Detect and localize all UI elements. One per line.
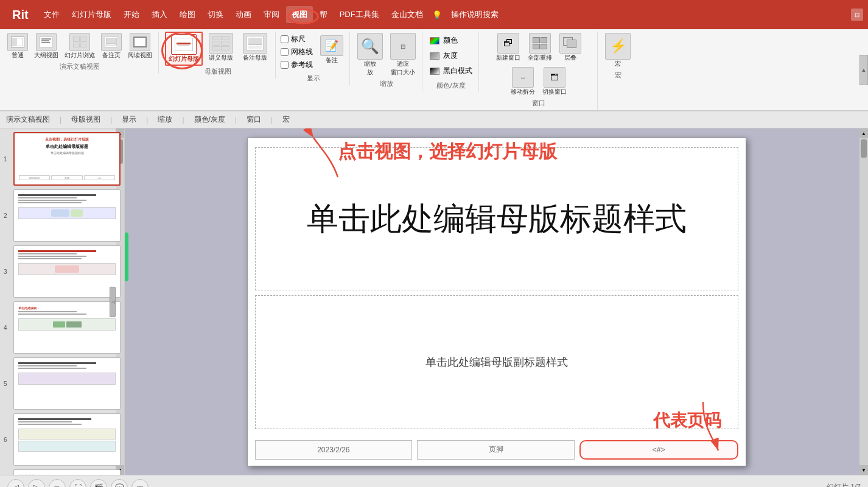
annotation-color-gray: 颜色/灰度 bbox=[194, 114, 225, 125]
right-scroll-thumb[interactable] bbox=[861, 139, 867, 158]
checkbox-grid[interactable]: 网格线 bbox=[281, 47, 313, 57]
menu-review[interactable]: 审阅 bbox=[258, 6, 285, 23]
menu-animation[interactable]: 动画 bbox=[230, 6, 257, 23]
ribbon: Rit 文件 幻灯片母版 开始 插入 绘图 切换 动画 审阅 视图 帮 PDF工… bbox=[0, 0, 868, 29]
slide-thumb-7[interactable]: 7 单击此处编辑... bbox=[13, 469, 121, 475]
toolbar-group-macro: ⚡ 宏 宏 bbox=[599, 32, 637, 82]
edit-area: 单击此处编辑母版标题样式 单击此处编辑母版副标题样式 2023/2/26 页脚 … bbox=[125, 128, 868, 475]
btn-notes[interactable]: 备注页 bbox=[99, 32, 124, 61]
slide-subtitle-text: 单击此处编辑母版副标题样式 bbox=[425, 355, 568, 370]
right-scroll-down[interactable]: ▼ bbox=[859, 465, 868, 475]
btn-reading[interactable]: 阅读视图 bbox=[125, 32, 155, 61]
menu-start[interactable]: 开始 bbox=[118, 6, 145, 23]
group-master-label: 母版视图 bbox=[205, 67, 231, 76]
menu-view[interactable]: 视图 bbox=[286, 6, 313, 23]
slide-title-box[interactable]: 单击此处编辑母版标题样式 bbox=[255, 147, 738, 290]
footer-page[interactable]: <#> bbox=[579, 440, 738, 460]
annotation-window: 窗口 bbox=[247, 114, 261, 125]
annotation-page-num-text: 代表页码 bbox=[653, 409, 721, 432]
btn-record[interactable]: 🎬 bbox=[90, 479, 107, 488]
menu-draw[interactable]: 绘图 bbox=[174, 6, 201, 23]
group-color-label: 颜色/灰度 bbox=[436, 81, 465, 90]
slide-thumb-6[interactable]: 6 bbox=[13, 413, 121, 466]
slide-thumb-4[interactable]: 4 单击此处编辑... bbox=[13, 301, 121, 354]
btn-blackwhite[interactable]: 黑白模式 bbox=[427, 65, 475, 77]
annotation-separator5: | bbox=[235, 116, 237, 124]
group-display-label: 显示 bbox=[307, 74, 320, 83]
menu-slidemaster[interactable]: 幻灯片母版 bbox=[66, 6, 117, 23]
slide-thumb-1[interactable]: 1 点击视图，选择幻灯片母版 单击此处编辑母版标题 单击此处编辑母版副标题 20… bbox=[13, 132, 121, 186]
toolbar-group-master-view: 幻灯片母版 讲义母版 bbox=[160, 32, 276, 79]
slide-canvas[interactable]: 单击此处编辑母版标题样式 单击此处编辑母版副标题样式 2023/2/26 页脚 … bbox=[247, 138, 746, 466]
left-color-strip bbox=[125, 233, 128, 281]
menu-file[interactable]: 文件 bbox=[38, 6, 65, 23]
slide-thumb-5[interactable]: 5 bbox=[13, 357, 121, 410]
btn-fit-window[interactable]: ⊡ 适应窗口大小 bbox=[388, 32, 418, 78]
menu-transition[interactable]: 切换 bbox=[202, 6, 229, 23]
annotation-separator6: | bbox=[271, 116, 273, 124]
btn-normal-label: 普通 bbox=[12, 51, 24, 60]
slide-title-text: 单击此处编辑母版标题样式 bbox=[302, 194, 691, 244]
checkbox-ruler[interactable]: 标尺 bbox=[281, 34, 313, 44]
slide-thumb-2[interactable]: 2 bbox=[13, 189, 121, 242]
btn-play[interactable]: ▷ bbox=[28, 479, 45, 488]
panel-collapse-handle[interactable]: ◁ bbox=[110, 287, 116, 317]
btn-slide-sorter[interactable]: 幻灯片浏览 bbox=[62, 32, 97, 61]
annotation-zoom: 缩放 bbox=[158, 114, 172, 125]
btn-switch-window[interactable]: 🗔 切换窗口 bbox=[540, 66, 569, 97]
slide-num-6: 6 bbox=[4, 436, 7, 443]
right-scrollbar[interactable]: ▲ ▼ bbox=[859, 128, 868, 475]
toolbar-group-window: 🗗 新建窗口 全部重排 bbox=[480, 32, 598, 110]
btn-slide-master[interactable]: 幻灯片母版 bbox=[165, 32, 203, 66]
menu-pdf[interactable]: PDF工具集 bbox=[334, 6, 385, 23]
group-macro-label: 宏 bbox=[615, 71, 621, 80]
btn-grayscale[interactable]: 灰度 bbox=[427, 49, 475, 62]
btn-prev[interactable]: ◁ bbox=[7, 479, 24, 488]
slide-thumb-3[interactable]: 3 bbox=[13, 245, 121, 298]
menu-help-icon[interactable]: 💡 bbox=[430, 7, 444, 23]
annotation-separator2: | bbox=[110, 116, 112, 124]
btn-pen[interactable]: ✏ bbox=[49, 479, 66, 488]
toolbar: 普通 大纲视图 bbox=[0, 29, 868, 111]
annotation-bar: 演示文稿视图 | 母版视图 | 显示 | 缩放 | 颜色/灰度 | 窗口 | 宏 bbox=[0, 111, 868, 128]
btn-color[interactable]: 颜色 bbox=[427, 34, 475, 47]
menu-insert[interactable]: 插入 bbox=[146, 6, 173, 23]
menu-jinshan[interactable]: 金山文档 bbox=[386, 6, 429, 23]
annotation-macro: 宏 bbox=[282, 114, 290, 125]
btn-more[interactable]: ••• bbox=[131, 479, 149, 488]
menu-search[interactable]: 操作说明搜索 bbox=[446, 6, 504, 23]
btn-handout-master-label: 讲义母版 bbox=[209, 54, 233, 62]
btn-outline[interactable]: 大纲视图 bbox=[32, 32, 61, 61]
btn-fullscreen[interactable]: ⛶ bbox=[69, 479, 86, 488]
btn-new-window-label: 新建窗口 bbox=[496, 54, 520, 62]
footer-date[interactable]: 2023/2/26 bbox=[255, 440, 413, 460]
btn-move-split[interactable]: ↔ 移动拆分 bbox=[508, 66, 537, 97]
toolbar-collapse-btn[interactable]: ▲ bbox=[859, 55, 868, 85]
footer-middle[interactable]: 页脚 bbox=[417, 440, 575, 460]
menu-help[interactable]: 帮 bbox=[314, 6, 333, 23]
btn-notes-display-label: 备注 bbox=[326, 56, 338, 65]
btn-notes-master-label: 备注母版 bbox=[243, 54, 267, 62]
annotation-separator1: | bbox=[60, 116, 61, 124]
checkbox-guide[interactable]: 参考线 bbox=[281, 60, 313, 70]
slide-num-1: 1 bbox=[4, 156, 7, 163]
btn-macro[interactable]: ⚡ 宏 bbox=[603, 32, 633, 69]
toolbar-group-zoom: 🔍 缩放放 ⊡ 适应窗口大小 缩放 bbox=[351, 32, 422, 91]
restore-button[interactable]: ⊡ bbox=[851, 9, 863, 21]
btn-cascade[interactable]: 层叠 bbox=[557, 32, 584, 63]
window-controls: ⊡ bbox=[851, 9, 863, 21]
btn-new-window[interactable]: 🗗 新建窗口 bbox=[494, 32, 523, 63]
btn-comment[interactable]: 💬 bbox=[111, 479, 128, 488]
btn-notes-master[interactable]: 备注母版 bbox=[239, 32, 271, 66]
btn-slide-sorter-label: 幻灯片浏览 bbox=[65, 51, 95, 60]
btn-zoom[interactable]: 🔍 缩放放 bbox=[355, 32, 385, 78]
btn-handout-master[interactable]: 讲义母版 bbox=[205, 32, 237, 66]
slide-num-4: 4 bbox=[4, 324, 7, 331]
menu-bar: 文件 幻灯片母版 开始 插入 绘图 切换 动画 审阅 视图 帮 PDF工具集 金… bbox=[38, 6, 504, 23]
slide-num-3: 3 bbox=[4, 268, 7, 275]
btn-arrange-all[interactable]: 全部重排 bbox=[525, 32, 555, 63]
btn-normal[interactable]: 普通 bbox=[5, 32, 30, 61]
btn-notes-display[interactable]: 📝 备注 bbox=[318, 34, 346, 66]
btn-fit-window-label: 适应窗口大小 bbox=[391, 60, 415, 77]
right-scroll-up[interactable]: ▲ bbox=[859, 128, 868, 138]
